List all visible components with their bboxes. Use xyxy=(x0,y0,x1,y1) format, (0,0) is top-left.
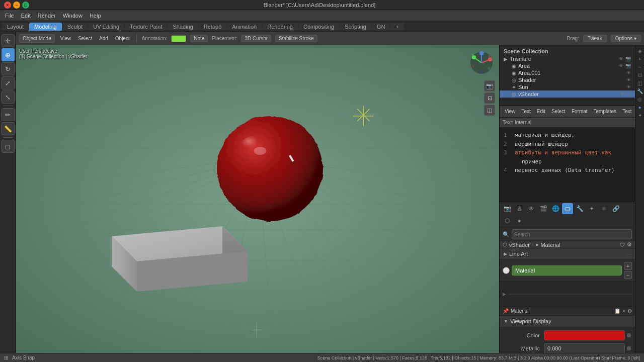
tab-sculpt[interactable]: Sculpt xyxy=(62,23,88,31)
tab-gn[interactable]: GN xyxy=(372,23,390,31)
ri-btn-9[interactable]: ✦ xyxy=(636,112,643,119)
vis-eye-icon[interactable]: 👁 xyxy=(619,56,623,61)
mat-icon-object[interactable]: ◻ xyxy=(562,203,573,214)
options-button[interactable]: Options ▾ xyxy=(611,35,641,42)
window-controls[interactable]: × − □ xyxy=(4,2,29,9)
menu-file[interactable]: File xyxy=(2,12,17,20)
add-menu[interactable]: Add xyxy=(98,36,110,41)
ri-btn-4[interactable]: ⊡ xyxy=(636,71,643,78)
vshader-extra-icon[interactable]: ⬡ xyxy=(627,92,631,97)
vshader-vis-icon[interactable]: 👁 xyxy=(620,92,625,97)
tab-uv[interactable]: UV Editing xyxy=(88,23,124,31)
tab-texture[interactable]: Texture Paint xyxy=(125,23,167,31)
drag-select[interactable]: Tweak xyxy=(583,35,607,42)
te-text2-menu[interactable]: Text xyxy=(620,108,633,115)
tool-move[interactable]: ⊕ xyxy=(2,48,15,61)
mat-close-icon[interactable]: × xyxy=(622,308,625,314)
mat-icon-output[interactable]: 🖥 xyxy=(514,203,525,214)
te-format-menu[interactable]: Format xyxy=(570,108,590,115)
object-menu[interactable]: Object xyxy=(114,36,131,41)
color-swatch[interactable] xyxy=(544,330,625,340)
menu-edit[interactable]: Edit xyxy=(18,12,34,20)
ri-btn-2[interactable]: + xyxy=(636,55,643,62)
bc-vshader[interactable]: vShader xyxy=(509,242,530,248)
bc-material[interactable]: Material xyxy=(540,242,560,248)
mat-icon-world[interactable]: 🌐 xyxy=(550,203,561,214)
3d-viewport[interactable]: User Perspective (1) Scene Collection | … xyxy=(16,45,499,353)
material-name-field[interactable]: Material xyxy=(512,265,622,276)
menu-help[interactable]: Help xyxy=(87,12,104,20)
tool-object-mode[interactable]: ◻ xyxy=(2,140,15,153)
outliner-item-trismare[interactable]: ▶ Trismare 👁 📷 xyxy=(500,55,635,62)
mat-icon-view[interactable]: 👁 xyxy=(526,203,537,214)
maximize-button[interactable]: □ xyxy=(22,2,29,9)
te-text-menu[interactable]: Text xyxy=(520,108,533,115)
tab-shading[interactable]: Shading xyxy=(168,23,198,31)
ri-btn-3[interactable]: − xyxy=(636,63,643,70)
stabilize-btn[interactable]: Stabilize Stroke xyxy=(275,35,317,42)
bc-shield-icon[interactable]: 🛡 xyxy=(619,242,625,248)
tab-add[interactable]: + xyxy=(390,23,404,31)
select-menu[interactable]: Select xyxy=(76,36,94,41)
sun-vis-icon[interactable]: 👁 xyxy=(626,84,631,89)
object-mode-selector[interactable]: Object Mode xyxy=(19,34,55,43)
te-edit-menu[interactable]: Edit xyxy=(535,108,547,115)
shader-vis-icon[interactable]: 👁 xyxy=(626,77,631,82)
axis-widget[interactable]: X Y Z xyxy=(469,50,494,75)
tab-retopo[interactable]: Retopo xyxy=(199,23,226,31)
tool-cursor[interactable]: ✛ xyxy=(2,34,15,47)
annotation-color[interactable] xyxy=(171,35,186,42)
mat-icon-render[interactable]: 📷 xyxy=(502,203,513,214)
mat-gear-icon[interactable]: ⚙ xyxy=(627,308,632,314)
mat-pin-icon[interactable]: 📌 xyxy=(503,308,509,314)
tab-anim[interactable]: Animation xyxy=(227,23,262,31)
mat-icon-material[interactable]: ● xyxy=(514,215,525,226)
ri-btn-5[interactable]: ◫ xyxy=(636,79,643,86)
close-button[interactable]: × xyxy=(4,2,11,9)
minimize-button[interactable]: − xyxy=(13,2,20,9)
tab-scripting[interactable]: Scripting xyxy=(340,23,371,31)
tab-rendering[interactable]: Rendering xyxy=(262,23,298,31)
mat-icon-physics[interactable]: ⚛ xyxy=(598,203,609,214)
area-render-icon[interactable]: 📷 xyxy=(625,63,631,68)
material-add-btn[interactable]: + xyxy=(624,262,632,270)
mat-icon-modifier[interactable]: 🔧 xyxy=(574,203,585,214)
outliner-item-shader[interactable]: ◎ Shader 👁 xyxy=(500,76,635,83)
tab-layout[interactable]: Layout xyxy=(2,23,29,31)
annotation-note-btn[interactable]: Note xyxy=(190,35,208,42)
area-vis-icon[interactable]: 👁 xyxy=(619,63,623,68)
mat-icon-particles[interactable]: ✦ xyxy=(586,203,597,214)
ri-btn-8[interactable]: ● xyxy=(636,104,643,111)
te-select-menu[interactable]: Select xyxy=(549,108,568,115)
tab-compositing[interactable]: Compositing xyxy=(298,23,339,31)
mat-copy-icon[interactable]: 📋 xyxy=(614,308,620,314)
placement-cursor-btn[interactable]: 3D Cursor xyxy=(241,35,271,42)
menu-window[interactable]: Window xyxy=(60,12,86,20)
text-editor-content[interactable]: 1 материал и шейдер, 2 вершинный шейдер … xyxy=(500,128,635,202)
zoom-fit-btn[interactable]: ⊡ xyxy=(484,93,495,104)
area001-vis-icon[interactable]: 👁 xyxy=(626,70,631,75)
material-remove-btn[interactable]: − xyxy=(624,271,632,279)
bc-settings-icon[interactable]: ⚙ xyxy=(627,241,632,248)
ri-btn-6[interactable]: 🔧 xyxy=(636,87,643,95)
tool-rotate[interactable]: ↻ xyxy=(2,62,15,75)
te-templates-menu[interactable]: Templates xyxy=(592,108,619,115)
tool-transform[interactable]: ⤡ xyxy=(2,90,15,104)
mat-icon-constraints[interactable]: 🔗 xyxy=(610,203,621,214)
view-menu[interactable]: View xyxy=(59,36,73,41)
tab-modeling[interactable]: Modeling xyxy=(29,23,62,31)
ri-btn-1[interactable]: ◈ xyxy=(636,47,643,54)
metallic-field[interactable]: 0.000 xyxy=(544,343,625,353)
outliner-item-vshader[interactable]: ◎ vShader 👁 ⬡ xyxy=(500,90,635,98)
outliner-item-sun[interactable]: ☀ Sun 👁 xyxy=(500,83,635,90)
outliner-item-area001[interactable]: ◉ Area.001 👁 xyxy=(500,69,635,76)
outliner-item-area[interactable]: ◉ Area 👁 📷 xyxy=(500,62,635,69)
camera-view-btn[interactable]: 📷 xyxy=(484,80,495,92)
line-art-header[interactable]: ▶ Line Art ··· xyxy=(500,248,635,259)
tool-scale[interactable]: ⤢ xyxy=(2,76,15,89)
tool-measure[interactable]: 📏 xyxy=(2,122,15,135)
viewport-display-header[interactable]: ▼ Viewport Display xyxy=(500,316,635,327)
vis-render-icon[interactable]: 📷 xyxy=(625,56,631,61)
ri-btn-7[interactable]: ◎ xyxy=(636,96,643,103)
te-view-menu[interactable]: View xyxy=(503,108,518,115)
